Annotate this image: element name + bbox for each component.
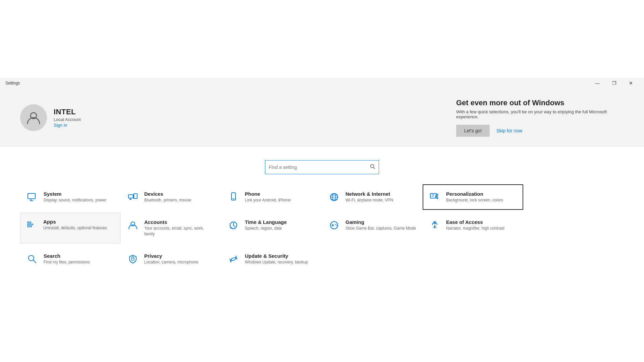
account-type-label: Local Account bbox=[54, 117, 81, 122]
time-desc: Speech, region, date bbox=[245, 226, 287, 231]
settings-row-1: System Display, sound, notifications, po… bbox=[20, 184, 624, 210]
svg-line-2 bbox=[374, 168, 375, 169]
settings-item-ease[interactable]: Ease of Access Narrator, magnifier, high… bbox=[423, 213, 523, 244]
update-desc: Windows Update, recovery, backup bbox=[245, 259, 308, 265]
search-settings-desc: Find my files, permissions bbox=[44, 259, 90, 265]
username-label: INTEL bbox=[54, 108, 81, 116]
settings-item-network[interactable]: Network & Internet Wi-Fi, airplane mode,… bbox=[322, 184, 423, 210]
svg-point-27 bbox=[336, 225, 337, 226]
system-icon bbox=[26, 191, 38, 203]
search-settings-title: Search bbox=[44, 253, 90, 259]
privacy-title: Privacy bbox=[144, 253, 198, 259]
settings-item-update[interactable]: Update & Security Windows Update, recove… bbox=[221, 246, 322, 272]
settings-item-apps[interactable]: Apps Uninstall, defaults, optional featu… bbox=[20, 213, 121, 244]
settings-item-devices[interactable]: Devices Bluetooth, printers, mouse bbox=[121, 184, 221, 210]
phone-title: Phone bbox=[245, 191, 291, 197]
update-title: Update & Security bbox=[245, 253, 308, 259]
settings-item-gaming[interactable]: Gaming Xbox Game Bar, captures, Game Mod… bbox=[322, 213, 423, 244]
phone-icon bbox=[227, 191, 239, 203]
top-white-area bbox=[0, 0, 644, 78]
update-icon bbox=[227, 253, 239, 265]
window-controls: — ❐ ✕ bbox=[590, 78, 639, 88]
search-area bbox=[0, 147, 644, 184]
search-input[interactable] bbox=[269, 165, 370, 170]
devices-desc: Bluetooth, printers, mouse bbox=[144, 197, 191, 203]
settings-item-system[interactable]: System Display, sound, notifications, po… bbox=[20, 184, 121, 210]
svg-rect-21 bbox=[28, 224, 33, 225]
gaming-title: Gaming bbox=[345, 219, 416, 225]
svg-rect-3 bbox=[28, 193, 35, 199]
phone-desc: Link your Android, iPhone bbox=[245, 197, 291, 203]
search-box bbox=[265, 160, 379, 174]
minimize-button[interactable]: — bbox=[590, 78, 605, 88]
personalization-title: Personalization bbox=[446, 191, 503, 197]
personalization-icon bbox=[429, 191, 441, 203]
accounts-desc: Your accounts, email, sync, work, family bbox=[144, 226, 215, 237]
settings-item-time[interactable]: Time & Language Speech, region, date bbox=[221, 213, 322, 244]
window-title: Settings bbox=[5, 81, 20, 85]
devices-icon bbox=[127, 191, 139, 203]
ease-desc: Narrator, magnifier, high contrast bbox=[446, 226, 504, 231]
ease-title: Ease of Access bbox=[446, 219, 504, 225]
ease-icon bbox=[429, 219, 441, 231]
svg-line-30 bbox=[33, 260, 36, 263]
close-button[interactable]: ✕ bbox=[623, 78, 639, 88]
settings-item-search[interactable]: Search Find my files, permissions bbox=[20, 246, 121, 272]
devices-title: Devices bbox=[144, 191, 191, 197]
gaming-icon bbox=[328, 219, 340, 231]
svg-rect-6 bbox=[128, 195, 133, 198]
settings-item-phone[interactable]: Phone Link your Android, iPhone bbox=[221, 184, 322, 210]
personalization-desc: Background, lock screen, colors bbox=[446, 197, 503, 203]
settings-row-2: Apps Uninstall, defaults, optional featu… bbox=[20, 213, 624, 244]
account-info: INTEL Local Account Sign In bbox=[54, 108, 81, 128]
accounts-icon bbox=[127, 219, 139, 231]
avatar bbox=[20, 104, 47, 131]
lets-go-button[interactable]: Let's go! bbox=[456, 125, 490, 137]
sign-in-link[interactable]: Sign In bbox=[54, 123, 81, 128]
system-desc: Display, sound, notifications, power bbox=[44, 197, 106, 203]
settings-item-accounts[interactable]: Accounts Your accounts, email, sync, wor… bbox=[121, 213, 221, 244]
svg-point-26 bbox=[335, 224, 336, 225]
svg-rect-7 bbox=[134, 194, 137, 198]
banner-actions: Let's go! Skip for now bbox=[456, 125, 624, 137]
svg-rect-31 bbox=[131, 258, 134, 260]
apps-desc: Uninstall, defaults, optional features bbox=[43, 225, 107, 231]
search-icon[interactable] bbox=[370, 164, 375, 171]
time-title: Time & Language bbox=[245, 219, 287, 225]
accounts-title: Accounts bbox=[144, 219, 215, 225]
account-promo: Get even more out of Windows With a few … bbox=[456, 99, 624, 137]
account-left: INTEL Local Account Sign In bbox=[20, 104, 81, 131]
title-bar: Settings — ❐ ✕ bbox=[0, 78, 644, 88]
promo-subtitle: With a few quick selections, you'll be o… bbox=[456, 109, 624, 119]
svg-rect-20 bbox=[28, 222, 31, 223]
privacy-desc: Location, camera, microphone bbox=[144, 259, 198, 265]
settings-item-personalization[interactable]: Personalization Background, lock screen,… bbox=[423, 184, 523, 210]
skip-for-now-button[interactable]: Skip for now bbox=[496, 128, 522, 133]
search-settings-icon bbox=[26, 253, 38, 265]
settings-grid: System Display, sound, notifications, po… bbox=[0, 184, 644, 272]
network-title: Network & Internet bbox=[345, 191, 393, 197]
apps-icon bbox=[26, 219, 38, 231]
gaming-desc: Xbox Game Bar, captures, Game Mode bbox=[345, 226, 416, 231]
apps-title: Apps bbox=[43, 219, 107, 225]
promo-title: Get even more out of Windows bbox=[456, 99, 624, 107]
maximize-button[interactable]: ❐ bbox=[606, 78, 622, 88]
network-icon bbox=[328, 191, 340, 203]
account-banner: INTEL Local Account Sign In Get even mor… bbox=[0, 88, 644, 147]
network-desc: Wi-Fi, airplane mode, VPN bbox=[345, 197, 393, 203]
svg-rect-22 bbox=[28, 226, 32, 227]
settings-item-privacy[interactable]: Privacy Location, camera, microphone bbox=[121, 246, 221, 272]
time-icon bbox=[227, 219, 239, 231]
settings-row-3: Search Find my files, permissions Privac… bbox=[20, 246, 624, 272]
system-title: System bbox=[44, 191, 106, 197]
privacy-icon bbox=[127, 253, 139, 265]
